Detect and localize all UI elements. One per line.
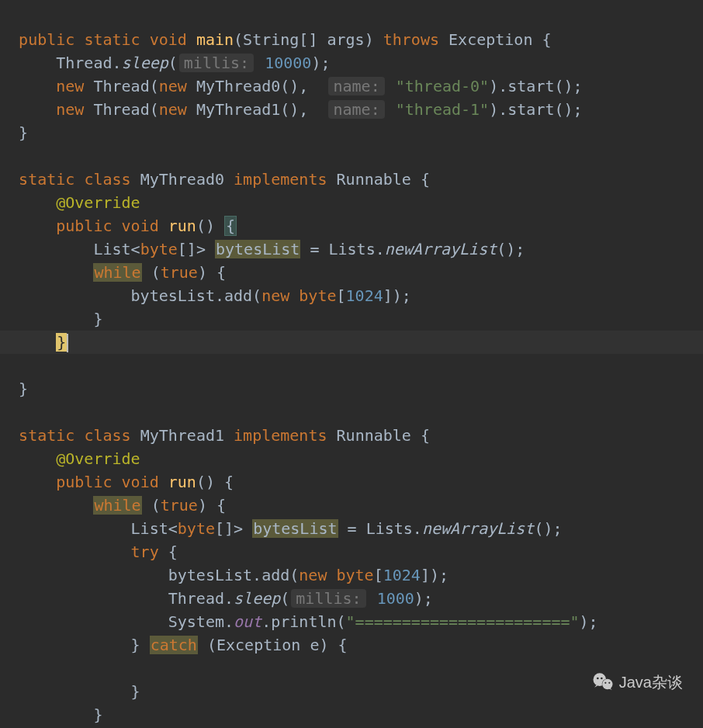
code-line: } — [0, 380, 28, 398]
code-line: new Thread(new MyThread0(), name: "threa… — [0, 77, 583, 95]
code-line — [0, 659, 9, 678]
var-usage: bytesList — [252, 519, 338, 538]
code-line — [0, 403, 9, 421]
param-hint: millis: — [291, 589, 365, 608]
svg-point-2 — [602, 679, 612, 689]
code-line: Thread.sleep(millis: 10000); — [0, 54, 330, 72]
code-line: } — [0, 682, 140, 701]
svg-point-3 — [597, 678, 599, 680]
code-line: } — [0, 705, 102, 724]
code-line: bytesList.add(new byte[1024]); — [0, 566, 448, 584]
code-line: List<byte[]> bytesList = Lists.newArrayL… — [0, 240, 525, 258]
param-hint: millis: — [179, 54, 254, 72]
code-line: } catch (Exception e) { — [0, 636, 348, 654]
caret-icon — [67, 334, 68, 352]
code-line: Thread.sleep(millis: 1000); — [0, 589, 433, 608]
code-line: while (true) { — [0, 263, 226, 282]
watermark: Java杂谈 — [591, 671, 683, 694]
code-line: static class MyThread1 implements Runnab… — [0, 426, 430, 445]
brace-match-open: { — [224, 216, 237, 236]
code-line: new Thread(new MyThread1(), name: "threa… — [0, 100, 583, 119]
param-hint: name: — [328, 100, 384, 119]
code-line: public void run() { — [0, 216, 237, 236]
brace-match-close: } — [56, 333, 67, 352]
code-line: public static void main(String[] args) t… — [0, 30, 552, 49]
code-line — [0, 147, 9, 165]
code-line: @Override — [0, 449, 140, 468]
code-line: } — [0, 310, 102, 328]
svg-point-4 — [601, 678, 603, 680]
code-line: public void run() { — [0, 473, 234, 491]
code-line: static class MyThread0 implements Runnab… — [0, 170, 430, 189]
code-line: @Override — [0, 193, 140, 212]
code-line: while (true) { — [0, 496, 226, 515]
var-usage: bytesList — [215, 240, 300, 258]
current-line: } — [0, 331, 703, 354]
wechat-icon — [591, 671, 615, 694]
svg-point-5 — [604, 682, 606, 684]
watermark-text: Java杂谈 — [619, 671, 683, 694]
param-hint: name: — [328, 77, 384, 95]
svg-point-6 — [608, 682, 610, 684]
code-line: System.out.println("====================… — [0, 612, 598, 631]
code-line: } — [0, 123, 28, 142]
code-line: bytesList.add(new byte[1024]); — [0, 286, 411, 305]
code-line: List<byte[]> bytesList = Lists.newArrayL… — [0, 519, 563, 538]
code-line: try { — [0, 543, 178, 561]
code-editor[interactable]: public static void main(String[] args) t… — [0, 0, 703, 728]
